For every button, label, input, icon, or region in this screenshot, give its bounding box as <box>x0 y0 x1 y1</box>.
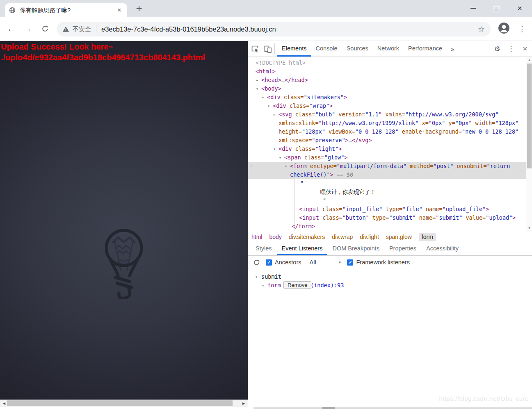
vertical-scroll-thumb[interactable] <box>527 64 532 168</box>
breadcrumb-item-div-wrap[interactable]: div.wrap <box>332 234 353 240</box>
device-toolbar-icon[interactable] <box>262 41 274 57</box>
tree-row[interactable]: ⋯▾<form enctype="multipart/form-data" me… <box>248 162 526 179</box>
back-icon[interactable]: ← <box>5 23 18 35</box>
triangle-open-icon[interactable]: ▾ <box>279 153 281 162</box>
code-segment: "light" <box>315 145 338 152</box>
tree-row[interactable]: ▾<div class="sitemakers"> <box>248 93 526 102</box>
tree-row[interactable]: <html> <box>248 67 526 76</box>
reload-icon[interactable] <box>39 23 51 35</box>
window-maximize-button[interactable] <box>487 0 506 16</box>
window-close-button[interactable]: × <box>510 0 529 16</box>
triangle-closed-icon[interactable]: ▸ <box>256 76 258 84</box>
tree-row[interactable]: " <box>248 179 526 188</box>
triangle-open-icon[interactable]: ▾ <box>285 162 287 170</box>
listener-target-node[interactable]: form <box>267 281 281 290</box>
code-segment: "0 0 128 128" <box>355 128 399 135</box>
scroll-right-icon[interactable]: ▶ <box>240 400 247 407</box>
tree-row[interactable]: " <box>248 196 526 205</box>
triangle-open-icon[interactable]: ▾ <box>273 145 276 153</box>
ancestors-checkbox[interactable]: ✓ <box>266 259 272 266</box>
upload-success-text: Upload Success! Look here~ <box>1 41 247 52</box>
elements-vertical-scrollbar[interactable]: ▲ ▼ <box>526 57 532 232</box>
tree-row[interactable]: ▸<head>…</head> <box>248 76 526 84</box>
lightbulb-graphic <box>103 227 145 299</box>
breadcrumb-item-form[interactable]: form <box>419 233 436 241</box>
scroll-up-icon[interactable]: ▲ <box>526 57 532 63</box>
url-text[interactable]: e3ecb13e-7c3e-4fcd-a53b-01619b5be23a.nod… <box>101 25 475 33</box>
devtools-tab-sources[interactable]: Sources <box>342 41 373 57</box>
listener-target-row[interactable]: ▸ form Remove (index):93 <box>248 281 532 290</box>
tree-row[interactable]: <input class="button" type="submit" name… <box>248 214 526 222</box>
forward-icon[interactable]: → <box>22 23 34 35</box>
devtools-tab-console[interactable]: Console <box>311 41 342 57</box>
breadcrumb-item-div-light[interactable]: div.light <box>360 234 379 240</box>
tree-row[interactable]: </form> <box>248 222 526 231</box>
page-horizontal-scrollbar[interactable]: ◀ ▶ <box>0 400 248 407</box>
event-filter-dropdown[interactable]: All ▼ <box>309 259 341 266</box>
listener-event-row[interactable]: ▾ submit <box>248 273 532 281</box>
more-tabs-icon[interactable]: » <box>447 41 458 57</box>
triangle-open-icon[interactable]: ▾ <box>255 273 258 281</box>
sidebar-tab-properties[interactable]: Properties <box>384 242 421 255</box>
code-segment: "upload" <box>486 214 512 221</box>
sidebar-tab-dom-breakpoints[interactable]: DOM Breakpoints <box>327 242 384 255</box>
breadcrumb-item-body[interactable]: body <box>269 234 281 240</box>
triangle-open-icon[interactable]: ▾ <box>256 84 258 93</box>
sidebar-tab-event-listeners[interactable]: Event Listeners <box>277 242 328 255</box>
tree-row[interactable]: ▾<span class="glow"> <box>248 153 526 162</box>
tree-row[interactable]: ▾<div class="light"> <box>248 145 526 153</box>
code-segment: "upload_file" <box>443 206 486 212</box>
settings-gear-icon[interactable]: ⚙ <box>490 41 504 57</box>
triangle-closed-icon[interactable]: ▸ <box>273 110 276 119</box>
tab-title: 你有解题思路了嘛? <box>20 7 116 14</box>
row-options-icon[interactable]: ⋯ <box>250 162 253 170</box>
code-segment: x= <box>418 120 428 126</box>
profile-avatar[interactable] <box>498 22 510 36</box>
code-segment: <head> <box>261 77 281 83</box>
tree-row[interactable]: ▸<svg class="bulb" version="1.1" xmlns="… <box>248 110 526 145</box>
window-minimize-button[interactable] <box>464 0 482 16</box>
tree-row[interactable]: 嘿伙计，你发现它了！ <box>248 188 526 196</box>
devtools-menu-icon[interactable]: ⋮ <box>504 41 518 57</box>
bookmark-star-icon[interactable]: ☆ <box>478 25 485 34</box>
horizontal-scroll-thumb[interactable] <box>7 400 233 406</box>
triangle-open-icon[interactable]: ▾ <box>267 102 270 110</box>
tree-row[interactable]: ▾<body> <box>248 84 526 93</box>
tree-row[interactable]: ▾<div class="wrap"> <box>248 102 526 110</box>
tree-row[interactable]: <!DOCTYPE html> <box>248 59 526 67</box>
remove-listener-button[interactable]: Remove <box>283 281 311 289</box>
address-bar[interactable]: 不安全 e3ecb13e-7c3e-4fcd-a53b-01619b5be23a… <box>57 22 491 36</box>
devtools-tab-performance[interactable]: Performance <box>404 41 447 57</box>
refresh-icon[interactable] <box>253 259 260 266</box>
sidebar-tab-accessibility[interactable]: Accessibility <box>421 242 464 255</box>
tab-close-icon[interactable]: × <box>116 6 123 14</box>
code-segment: </svg> <box>352 137 372 143</box>
scroll-left-icon[interactable]: ◀ <box>1 400 7 407</box>
new-tab-button[interactable]: + <box>133 2 145 15</box>
breadcrumb-item-div-sitemakers[interactable]: div.sitemakers <box>289 234 325 240</box>
tree-row[interactable]: <input class="input_file" type="file" na… <box>248 205 526 214</box>
framework-listeners-checkbox[interactable]: ✓ <box>347 259 353 266</box>
browser-menu-icon[interactable]: ⋮ <box>516 23 528 35</box>
inspect-element-icon[interactable] <box>248 41 262 57</box>
breadcrumb-item-html[interactable]: html <box>251 234 262 240</box>
devtools-tab-network[interactable]: Network <box>373 41 404 57</box>
triangle-open-icon[interactable]: ▾ <box>262 93 264 102</box>
sidebar-tab-styles[interactable]: Styles <box>251 242 277 255</box>
code-segment: height= <box>279 128 302 135</box>
scroll-down-icon[interactable]: ▼ <box>526 225 532 231</box>
code-segment: class= <box>292 111 315 118</box>
code-segment: </form> <box>292 223 315 229</box>
triangle-closed-icon[interactable]: ▸ <box>262 281 265 290</box>
code-segment: > <box>330 171 333 178</box>
breadcrumb-item-span-glow[interactable]: span.glow <box>386 234 412 240</box>
upload-message: Upload Success! Look here~ ./uplo4d/e932… <box>1 41 247 63</box>
devtools-tab-elements[interactable]: Elements <box>277 41 311 57</box>
not-secure-label[interactable]: 不安全 <box>73 25 91 33</box>
devtools-close-icon[interactable]: × <box>518 41 532 57</box>
listener-source-link[interactable]: (index):93 <box>311 281 344 290</box>
watermark-text: https://blog.csdn.net/Obs_cure <box>439 395 529 402</box>
code-segment: "sitemakers" <box>304 94 344 100</box>
globe-favicon-icon <box>9 7 16 14</box>
browser-tab[interactable]: 你有解题思路了嘛? × <box>5 3 127 17</box>
